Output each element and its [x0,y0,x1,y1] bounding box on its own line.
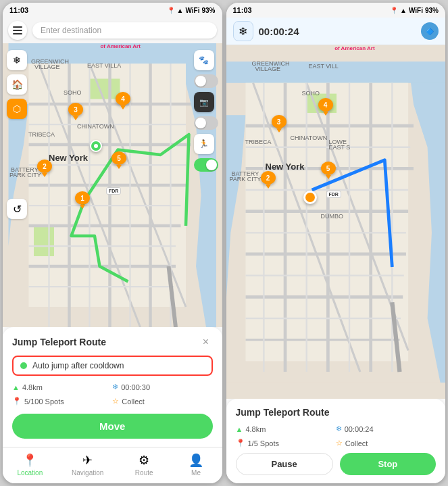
time-value: 00:00:30 [121,383,150,391]
timer-snowflake-icon: ❄ [233,21,253,41]
timer-value: 00:00:24 [259,26,299,37]
route-nav-icon: ⚙ [139,453,149,468]
nav-location[interactable]: 📍 Location [11,452,48,478]
search-placeholder: Enter destination [41,26,101,35]
signal-icon-right: ▲ [400,7,407,14]
nav-route[interactable]: ⚙ Route [127,452,161,478]
time-snowflake-icon-right: ❄ [336,424,342,433]
me-nav-icon: 👤 [189,453,203,468]
camera-btn[interactable]: 📷 [194,92,214,112]
bottom-nav-left: 📍 Location ✈ Navigation ⚙ Route 👤 Me [3,447,222,483]
run-btn[interactable]: 🏃 [194,134,214,154]
auto-jump-dot [20,362,27,369]
me-nav-label: Me [191,469,201,477]
phones-container: 11:03 📍 ▲ WiFi 93% Enter destination [0,0,448,486]
ham-line-2 [13,30,22,31]
map-area-left[interactable]: of American Art GREENWICH VILLAGE EAST V… [3,43,222,327]
distance-stat-right: ▲ 4.8km [236,425,336,433]
close-btn-left[interactable]: × [199,335,213,349]
pin-3-right: 3 [272,115,287,132]
distance-stat: ▲ 4.8km [12,383,112,391]
collect-stat: ☆ Collect [112,397,212,406]
navigation-nav-label: Navigation [72,469,103,477]
stop-button[interactable]: Stop [340,453,436,475]
pin-5-left: 5 [111,151,126,169]
nav-navigation[interactable]: ✈ Navigation [66,452,109,478]
label-dumbo-right: DUMBO [321,213,344,220]
label-parkcity-left: PARK CITY [9,172,41,178]
label-tribeca-right: TRIBECA [245,139,272,145]
collect-value: Collect [122,397,145,406]
label-newyork-right: New York [266,162,305,172]
battery-right: 93% [425,7,439,14]
move-button[interactable]: Move [12,414,213,439]
nav-me[interactable]: 👤 Me [179,452,213,478]
location-btn-left[interactable]: 🏠 [7,74,27,95]
hamburger-button[interactable] [8,21,27,40]
toggle1-left[interactable] [194,74,218,88]
active-mode-btn-left[interactable]: ⬡ [7,99,27,119]
time-left: 11:03 [9,6,28,14]
stats-row-right1: ▲ 4.8km ❄ 00:00:24 [236,424,437,433]
pause-button[interactable]: Pause [236,453,333,475]
battery-left: 93% [201,7,215,14]
stats-row-right2: 📍 1/5 Spots ☆ Collect [236,439,437,447]
map-area-right[interactable]: of American Art GREENWICH VILLAGE EAST V… [226,45,446,399]
spots-icon: 📍 [12,397,22,406]
label-chinatown-right: CHINATOWN [291,135,328,141]
ham-line-3 [13,33,22,34]
toggle3-left[interactable] [194,158,218,172]
map-roads-right [226,45,446,399]
label-eastville-left: EAST VILLA [87,62,121,69]
panel-header-left: Jump Teleport Route × [12,335,213,349]
status-icons-left: 📍 ▲ WiFi 93% [167,7,216,14]
signal-icon-left: ▲ [177,7,184,14]
bottom-panel-right: Jump Teleport Route ▲ 4.8km ❄ 00:00:24 📍… [226,399,446,483]
navigation-icon: ▲ [12,383,20,391]
current-location-dot-left [90,140,102,152]
label-tribeca-left: TRIBECA [28,131,55,138]
location-nav-icon: 📍 [22,453,37,468]
search-input[interactable]: Enter destination [32,22,217,39]
american-art-label-right: of American Art [334,45,374,51]
time-stat-right: ❄ 00:00:24 [336,424,436,433]
fdr-sign-right: FDR [326,191,341,198]
pin-2-right: 2 [261,171,276,189]
location-icon-left: 📍 [167,7,175,14]
panel-header-right: Jump Teleport Route [236,407,437,418]
bottom-panel-left: Jump Teleport Route × Auto jump after co… [3,327,222,447]
left-phone: 11:03 📍 ▲ WiFi 93% Enter destination [3,3,222,483]
navigation-icon-right: ▲ [236,425,243,433]
navigation-nav-icon: ✈ [82,453,93,468]
pin-1-left: 1 [75,191,90,209]
spots-icon-right: 📍 [236,439,245,447]
right-phone: 11:03 📍 ▲ WiFi 93% ❄ 00:00:24 🔷 [226,3,446,483]
toggle2-left[interactable] [194,116,218,130]
status-bar-right: 11:03 📍 ▲ WiFi 93% [226,3,446,18]
label-chinatown-left: CHINATOWN [77,123,114,130]
american-art-label-left: of American Art [100,43,140,49]
snowflake-btn-left[interactable]: ❄ [7,50,27,70]
label-easts-right: EAST S [329,144,351,151]
search-bar: Enter destination [3,18,222,43]
label-eastvi-right: EAST VILL [309,63,339,70]
action-row-right: Pause Stop [236,453,437,475]
fdr-sign-left: FDR [106,187,121,195]
label-village-left: VILLAGE [34,64,60,70]
timer-bar: ❄ 00:00:24 🔷 [226,18,446,45]
ham-line-1 [13,26,22,28]
location-nav-label: Location [17,469,43,477]
auto-jump-row[interactable]: Auto jump after cooldown [12,356,213,376]
wifi-icon-left: WiFi [185,7,199,14]
pin-5-right: 5 [321,162,336,179]
undo-btn-left[interactable]: ↺ [7,199,27,219]
time-value-right: 00:00:24 [345,425,374,433]
wifi-icon-right: WiFi [409,7,423,14]
pin-3-left: 3 [68,103,83,120]
face-btn[interactable]: 🐾 [194,50,214,70]
current-location-dot-right [303,191,317,204]
pin-4-left: 4 [116,92,130,110]
status-bar-left: 11:03 📍 ▲ WiFi 93% [3,3,222,18]
time-right: 11:03 [233,6,252,14]
left-toolbar: ❄ 🏠 ⬡ [7,50,27,119]
